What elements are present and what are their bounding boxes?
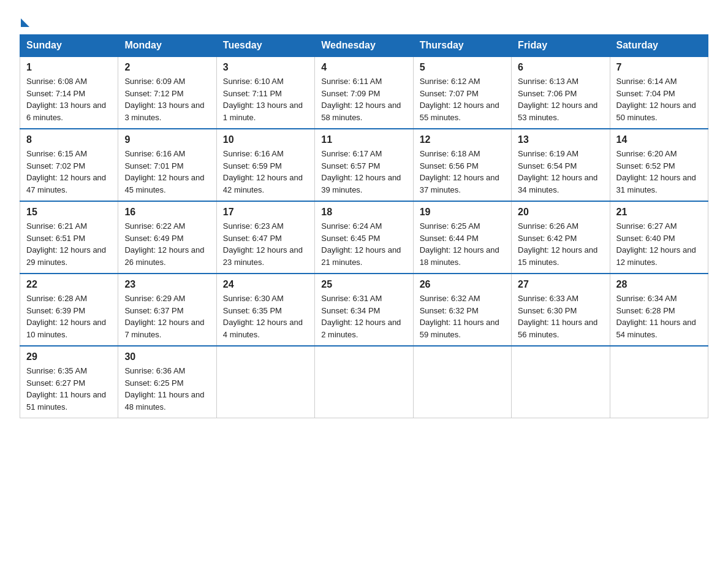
calendar-cell: 19Sunrise: 6:25 AMSunset: 6:44 PMDayligh…	[413, 201, 511, 274]
calendar-header-monday: Monday	[118, 35, 216, 57]
day-number: 20	[518, 207, 603, 218]
calendar-cell: 8Sunrise: 6:15 AMSunset: 7:02 PMDaylight…	[20, 129, 118, 201]
day-number: 2	[124, 62, 210, 73]
calendar-cell	[413, 346, 511, 418]
day-info: Sunrise: 6:12 AMSunset: 7:07 PMDaylight:…	[420, 75, 505, 123]
day-number: 5	[420, 62, 505, 73]
calendar-cell: 30Sunrise: 6:36 AMSunset: 6:25 PMDayligh…	[118, 346, 216, 418]
calendar-cell: 4Sunrise: 6:11 AMSunset: 7:09 PMDaylight…	[315, 56, 413, 129]
day-info: Sunrise: 6:21 AMSunset: 6:51 PMDaylight:…	[26, 220, 112, 268]
calendar-cell: 1Sunrise: 6:08 AMSunset: 7:14 PMDaylight…	[20, 56, 118, 129]
day-info: Sunrise: 6:25 AMSunset: 6:44 PMDaylight:…	[420, 220, 505, 268]
day-number: 30	[124, 351, 210, 362]
calendar-cell: 13Sunrise: 6:19 AMSunset: 6:54 PMDayligh…	[512, 129, 610, 201]
day-number: 4	[321, 62, 406, 73]
day-info: Sunrise: 6:28 AMSunset: 6:39 PMDaylight:…	[26, 293, 112, 340]
calendar-cell: 6Sunrise: 6:13 AMSunset: 7:06 PMDaylight…	[512, 56, 610, 129]
day-number: 12	[420, 134, 505, 145]
day-number: 15	[26, 207, 112, 218]
calendar-cell: 26Sunrise: 6:32 AMSunset: 6:32 PMDayligh…	[413, 274, 511, 346]
calendar-cell: 24Sunrise: 6:30 AMSunset: 6:35 PMDayligh…	[216, 274, 314, 346]
day-info: Sunrise: 6:18 AMSunset: 6:56 PMDaylight:…	[420, 148, 505, 196]
day-info: Sunrise: 6:15 AMSunset: 7:02 PMDaylight:…	[26, 148, 112, 196]
day-number: 7	[616, 62, 702, 73]
calendar-cell: 22Sunrise: 6:28 AMSunset: 6:39 PMDayligh…	[20, 274, 118, 346]
calendar-cell: 25Sunrise: 6:31 AMSunset: 6:34 PMDayligh…	[315, 274, 413, 346]
day-info: Sunrise: 6:31 AMSunset: 6:34 PMDaylight:…	[321, 293, 406, 340]
calendar-cell: 14Sunrise: 6:20 AMSunset: 6:52 PMDayligh…	[610, 129, 708, 201]
calendar-cell: 2Sunrise: 6:09 AMSunset: 7:12 PMDaylight…	[118, 56, 216, 129]
day-number: 11	[321, 134, 406, 145]
day-number: 27	[518, 279, 603, 290]
calendar-week-row: 15Sunrise: 6:21 AMSunset: 6:51 PMDayligh…	[20, 201, 708, 274]
day-number: 17	[223, 207, 308, 218]
day-info: Sunrise: 6:26 AMSunset: 6:42 PMDaylight:…	[518, 220, 603, 268]
day-info: Sunrise: 6:16 AMSunset: 7:01 PMDaylight:…	[124, 148, 210, 196]
day-number: 10	[223, 134, 308, 145]
day-number: 23	[124, 279, 210, 290]
calendar-cell: 16Sunrise: 6:22 AMSunset: 6:49 PMDayligh…	[118, 201, 216, 274]
calendar-header-sunday: Sunday	[20, 35, 118, 57]
day-number: 13	[518, 134, 603, 145]
calendar-cell: 11Sunrise: 6:17 AMSunset: 6:57 PMDayligh…	[315, 129, 413, 201]
calendar-cell: 17Sunrise: 6:23 AMSunset: 6:47 PMDayligh…	[216, 201, 314, 274]
day-number: 14	[616, 134, 702, 145]
day-number: 22	[26, 279, 112, 290]
page-header	[20, 15, 708, 25]
day-info: Sunrise: 6:27 AMSunset: 6:40 PMDaylight:…	[616, 220, 702, 268]
day-info: Sunrise: 6:29 AMSunset: 6:37 PMDaylight:…	[124, 293, 210, 340]
day-number: 24	[223, 279, 308, 290]
calendar-cell	[512, 346, 610, 418]
logo	[20, 15, 29, 25]
calendar-cell: 12Sunrise: 6:18 AMSunset: 6:56 PMDayligh…	[413, 129, 511, 201]
calendar-cell: 5Sunrise: 6:12 AMSunset: 7:07 PMDaylight…	[413, 56, 511, 129]
day-number: 16	[124, 207, 210, 218]
day-info: Sunrise: 6:17 AMSunset: 6:57 PMDaylight:…	[321, 148, 406, 196]
day-info: Sunrise: 6:36 AMSunset: 6:25 PMDaylight:…	[124, 365, 210, 413]
logo-arrow-icon	[21, 18, 29, 27]
calendar-header-thursday: Thursday	[413, 35, 511, 57]
day-info: Sunrise: 6:14 AMSunset: 7:04 PMDaylight:…	[616, 75, 702, 123]
calendar-cell: 9Sunrise: 6:16 AMSunset: 7:01 PMDaylight…	[118, 129, 216, 201]
day-info: Sunrise: 6:20 AMSunset: 6:52 PMDaylight:…	[616, 148, 702, 196]
calendar-table: SundayMondayTuesdayWednesdayThursdayFrid…	[20, 34, 708, 418]
calendar-cell	[315, 346, 413, 418]
calendar-header-tuesday: Tuesday	[216, 35, 314, 57]
day-info: Sunrise: 6:13 AMSunset: 7:06 PMDaylight:…	[518, 75, 603, 123]
calendar-cell: 15Sunrise: 6:21 AMSunset: 6:51 PMDayligh…	[20, 201, 118, 274]
day-info: Sunrise: 6:33 AMSunset: 6:30 PMDaylight:…	[518, 293, 603, 340]
calendar-cell: 28Sunrise: 6:34 AMSunset: 6:28 PMDayligh…	[610, 274, 708, 346]
calendar-cell: 29Sunrise: 6:35 AMSunset: 6:27 PMDayligh…	[20, 346, 118, 418]
day-info: Sunrise: 6:24 AMSunset: 6:45 PMDaylight:…	[321, 220, 406, 268]
day-number: 21	[616, 207, 702, 218]
day-info: Sunrise: 6:35 AMSunset: 6:27 PMDaylight:…	[26, 365, 112, 413]
calendar-header-friday: Friday	[512, 35, 610, 57]
day-info: Sunrise: 6:32 AMSunset: 6:32 PMDaylight:…	[420, 293, 505, 340]
day-info: Sunrise: 6:22 AMSunset: 6:49 PMDaylight:…	[124, 220, 210, 268]
calendar-week-row: 22Sunrise: 6:28 AMSunset: 6:39 PMDayligh…	[20, 274, 708, 346]
day-number: 8	[26, 134, 112, 145]
day-info: Sunrise: 6:19 AMSunset: 6:54 PMDaylight:…	[518, 148, 603, 196]
day-number: 28	[616, 279, 702, 290]
day-number: 1	[26, 62, 112, 73]
calendar-cell	[610, 346, 708, 418]
day-info: Sunrise: 6:08 AMSunset: 7:14 PMDaylight:…	[26, 75, 112, 123]
calendar-week-row: 1Sunrise: 6:08 AMSunset: 7:14 PMDaylight…	[20, 56, 708, 129]
day-info: Sunrise: 6:09 AMSunset: 7:12 PMDaylight:…	[124, 75, 210, 123]
calendar-header-row: SundayMondayTuesdayWednesdayThursdayFrid…	[20, 35, 708, 57]
calendar-cell: 21Sunrise: 6:27 AMSunset: 6:40 PMDayligh…	[610, 201, 708, 274]
calendar-cell: 23Sunrise: 6:29 AMSunset: 6:37 PMDayligh…	[118, 274, 216, 346]
day-info: Sunrise: 6:11 AMSunset: 7:09 PMDaylight:…	[321, 75, 406, 123]
calendar-week-row: 29Sunrise: 6:35 AMSunset: 6:27 PMDayligh…	[20, 346, 708, 418]
calendar-header-wednesday: Wednesday	[315, 35, 413, 57]
day-number: 9	[124, 134, 210, 145]
day-info: Sunrise: 6:23 AMSunset: 6:47 PMDaylight:…	[223, 220, 308, 268]
calendar-cell: 7Sunrise: 6:14 AMSunset: 7:04 PMDaylight…	[610, 56, 708, 129]
calendar-cell: 18Sunrise: 6:24 AMSunset: 6:45 PMDayligh…	[315, 201, 413, 274]
calendar-cell	[216, 346, 314, 418]
day-number: 18	[321, 207, 406, 218]
calendar-week-row: 8Sunrise: 6:15 AMSunset: 7:02 PMDaylight…	[20, 129, 708, 201]
day-number: 29	[26, 351, 112, 362]
calendar-cell: 3Sunrise: 6:10 AMSunset: 7:11 PMDaylight…	[216, 56, 314, 129]
calendar-header-saturday: Saturday	[610, 35, 708, 57]
